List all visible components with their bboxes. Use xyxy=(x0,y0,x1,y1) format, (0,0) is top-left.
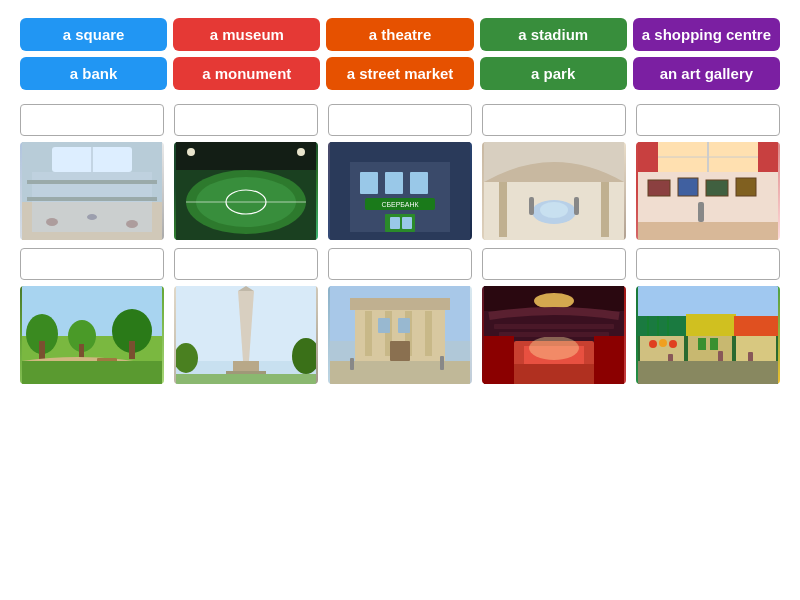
svg-rect-73 xyxy=(365,311,372,356)
answer-box-theatre[interactable] xyxy=(482,248,626,280)
svg-rect-92 xyxy=(594,336,624,384)
svg-point-18 xyxy=(297,148,305,156)
svg-rect-109 xyxy=(710,338,718,350)
tile-street-market[interactable]: a street market xyxy=(326,57,473,90)
match-col-shopping xyxy=(20,104,164,240)
match-row-2 xyxy=(20,248,780,384)
tile-art-gallery[interactable]: an art gallery xyxy=(633,57,780,90)
match-col-gallery xyxy=(636,104,780,240)
word-bank: a square a museum a theatre a stadium a … xyxy=(20,18,780,90)
svg-rect-91 xyxy=(484,336,514,384)
svg-rect-72 xyxy=(350,298,450,310)
svg-rect-27 xyxy=(390,217,400,229)
svg-point-32 xyxy=(540,202,568,218)
photo-bank: СБЕРБАНК xyxy=(328,142,472,240)
answer-box-bank[interactable] xyxy=(328,104,472,136)
svg-rect-64 xyxy=(233,361,259,371)
svg-point-106 xyxy=(659,339,667,347)
svg-rect-78 xyxy=(398,318,410,333)
svg-rect-21 xyxy=(360,172,378,194)
svg-rect-82 xyxy=(440,356,444,370)
match-col-square xyxy=(328,248,472,384)
answer-box-museum[interactable] xyxy=(482,104,626,136)
svg-point-86 xyxy=(529,336,579,360)
tile-museum[interactable]: a museum xyxy=(173,18,320,51)
tile-park[interactable]: a park xyxy=(480,57,627,90)
answer-box-stadium[interactable] xyxy=(174,104,318,136)
answer-box-shopping[interactable] xyxy=(20,104,164,136)
match-col-monument xyxy=(174,248,318,384)
svg-rect-76 xyxy=(425,311,432,356)
main-container: a square a museum a theatre a stadium a … xyxy=(0,0,800,394)
photo-market xyxy=(636,286,780,384)
svg-rect-42 xyxy=(648,180,670,196)
match-col-museum xyxy=(482,104,626,240)
svg-point-7 xyxy=(126,220,138,228)
photo-square xyxy=(328,286,472,384)
svg-rect-43 xyxy=(678,178,698,196)
svg-rect-23 xyxy=(410,172,428,194)
svg-rect-81 xyxy=(350,358,354,370)
svg-rect-98 xyxy=(734,316,778,336)
answer-box-square[interactable] xyxy=(328,248,472,280)
svg-rect-97 xyxy=(686,314,736,336)
match-col-park xyxy=(20,248,164,384)
svg-rect-108 xyxy=(698,338,706,350)
tile-shopping-centre[interactable]: a shopping centre xyxy=(633,18,780,51)
match-col-market xyxy=(636,248,780,384)
svg-rect-93 xyxy=(514,364,594,384)
svg-rect-113 xyxy=(638,361,778,384)
match-col-stadium xyxy=(174,104,318,240)
photo-monument xyxy=(174,286,318,384)
svg-point-6 xyxy=(87,214,97,220)
svg-rect-55 xyxy=(79,344,84,358)
photo-park xyxy=(20,286,164,384)
svg-rect-89 xyxy=(494,324,614,329)
svg-rect-96 xyxy=(638,316,688,336)
svg-rect-45 xyxy=(736,178,756,196)
photo-museum xyxy=(482,142,626,240)
match-col-bank: СБЕРБАНК xyxy=(328,104,472,240)
photo-theatre xyxy=(482,286,626,384)
svg-rect-3 xyxy=(27,180,157,184)
svg-rect-104 xyxy=(736,336,776,361)
answer-box-gallery[interactable] xyxy=(636,104,780,136)
svg-rect-34 xyxy=(601,182,609,237)
svg-rect-59 xyxy=(22,361,162,384)
tile-stadium[interactable]: a stadium xyxy=(480,18,627,51)
svg-rect-51 xyxy=(39,341,45,359)
svg-point-105 xyxy=(649,340,657,348)
svg-rect-15 xyxy=(176,142,316,170)
tile-monument[interactable]: a monument xyxy=(173,57,320,90)
tile-square[interactable]: a square xyxy=(20,18,167,51)
svg-text:СБЕРБАНК: СБЕРБАНК xyxy=(381,201,419,208)
tile-theatre[interactable]: a theatre xyxy=(326,18,473,51)
svg-rect-33 xyxy=(499,182,507,237)
svg-rect-28 xyxy=(402,217,412,229)
tile-bank[interactable]: a bank xyxy=(20,57,167,90)
svg-rect-22 xyxy=(385,172,403,194)
svg-rect-46 xyxy=(638,222,778,240)
answer-box-monument[interactable] xyxy=(174,248,318,280)
svg-rect-66 xyxy=(176,374,316,384)
svg-rect-53 xyxy=(129,341,135,359)
photo-gallery xyxy=(636,142,780,240)
photo-shopping xyxy=(20,142,164,240)
svg-rect-79 xyxy=(390,341,410,361)
svg-point-88 xyxy=(534,293,574,309)
svg-rect-36 xyxy=(574,197,579,215)
match-col-theatre xyxy=(482,248,626,384)
photo-stadium xyxy=(174,142,318,240)
svg-rect-47 xyxy=(698,202,704,222)
svg-rect-44 xyxy=(706,180,728,196)
answer-box-market[interactable] xyxy=(636,248,780,280)
svg-rect-77 xyxy=(378,318,390,333)
svg-rect-35 xyxy=(529,197,534,215)
svg-point-5 xyxy=(46,218,58,226)
svg-point-17 xyxy=(187,148,195,156)
svg-rect-4 xyxy=(27,197,157,201)
match-row-1: СБЕРБАНК xyxy=(20,104,780,240)
answer-box-park[interactable] xyxy=(20,248,164,280)
svg-point-107 xyxy=(669,340,677,348)
svg-rect-90 xyxy=(499,332,609,337)
